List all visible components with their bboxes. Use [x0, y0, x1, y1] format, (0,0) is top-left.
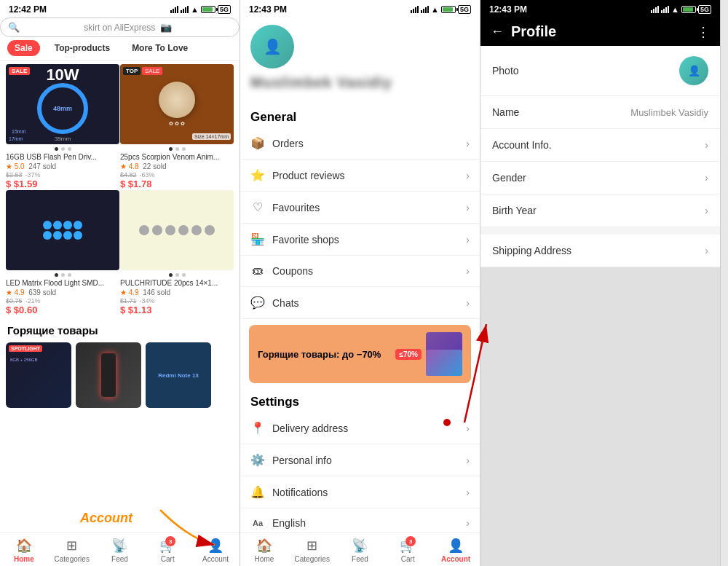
account-info-chevron: › — [705, 139, 708, 151]
nav-account-label-1: Account — [202, 555, 229, 563]
account-info-label: Account Info. — [492, 139, 552, 151]
nav-account-1[interactable]: 👤 Account — [191, 538, 240, 563]
product-img-4 — [120, 190, 234, 270]
menu-chats[interactable]: 💬 Chats › — [240, 287, 480, 319]
nav-categories-1[interactable]: ⊞ Categories — [48, 538, 96, 563]
menu-language[interactable]: Aa English › — [240, 508, 480, 532]
product-card-2[interactable]: TOP SALE ✿ ✿ ✿ Size 14×17mm 25pcs Scorpi… — [120, 64, 234, 189]
nav-home-label-1: Home — [14, 555, 34, 563]
nav-cart-2[interactable]: 🛒 3 Cart — [384, 538, 432, 563]
search-bar: 🔍 skirt on AliExpress 📷 — [0, 17, 240, 37]
menu-delivery[interactable]: 📍 Delivery address › — [240, 412, 480, 444]
nav-feed-2[interactable]: 📡 Feed — [336, 538, 384, 563]
menu-favourites-left: ♡ Favourites — [250, 200, 320, 214]
categories-icon-1: ⊞ — [66, 538, 77, 554]
wifi-icon-1: ▲ — [191, 5, 199, 14]
product-img-2: TOP SALE ✿ ✿ ✿ Size 14×17mm — [120, 64, 234, 144]
hot-section-title: Горящие товары — [0, 318, 240, 339]
gender-label: Gender — [492, 172, 526, 184]
status-bar-3: 12:43 PM ▲ 5G — [480, 0, 720, 17]
nav-feed-1[interactable]: 📡 Feed — [96, 538, 144, 563]
favourites-icon: ♡ — [250, 200, 265, 214]
menu-personal-left: ⚙️ Personal info — [250, 453, 332, 467]
language-chevron: › — [466, 517, 470, 529]
menu-delivery-left: 📍 Delivery address — [250, 421, 348, 435]
product-card-3[interactable]: LED Matrix Flood Light SMD... ★ 4.9 639 … — [6, 190, 119, 315]
field-gender[interactable]: Gender › — [480, 162, 720, 194]
product-img-1: SALE 10W 48mm 39mm 17mm 15mm — [6, 64, 119, 144]
orders-icon: 📦 — [250, 136, 265, 150]
badge-sale-1: SALE — [9, 67, 30, 75]
dots-2 — [120, 147, 234, 151]
bottom-nav-2: 🏠 Home ⊞ Categories 📡 Feed 🛒 3 Cart 👤 Ac… — [240, 532, 480, 566]
personal-info-label: Personal info — [272, 455, 332, 466]
field-shipping[interactable]: Shipping Address › — [480, 235, 720, 267]
menu-notifications[interactable]: 🔔 Notifications › — [240, 476, 480, 508]
birth-year-label: Birth Year — [492, 205, 537, 216]
hot-products-strip: SPOTLIGHT POCO X4 5G 8GB + 256GB Redmi N… — [0, 339, 240, 411]
menu-fav-shops[interactable]: 🏪 Favorite shops › — [240, 224, 480, 256]
signal-icon-1b — [181, 6, 189, 13]
nav-home-2[interactable]: 🏠 Home — [240, 538, 288, 563]
menu-coupons[interactable]: 🎟 Coupons › — [240, 256, 480, 287]
bottom-nav-1: 🏠 Home ⊞ Categories 📡 Feed 🛒 3 Cart 👤 Ac… — [0, 532, 240, 566]
phone1-scroll-content: SALE 10W 48mm 39mm 17mm 15mm 16GB USB Fl… — [0, 61, 240, 532]
nav-categories-2[interactable]: ⊞ Categories — [288, 538, 336, 563]
home-icon-2: 🏠 — [256, 538, 272, 554]
products-grid: SALE 10W 48mm 39mm 17mm 15mm 16GB USB Fl… — [0, 61, 240, 318]
battery-icon-1 — [201, 6, 215, 13]
product-card-1[interactable]: SALE 10W 48mm 39mm 17mm 15mm 16GB USB Fl… — [6, 64, 119, 189]
tab-sale[interactable]: Sale — [7, 40, 40, 56]
badge-sale-2: SALE — [142, 67, 162, 75]
menu-favourites[interactable]: ♡ Favourites › — [240, 192, 480, 224]
dots-4 — [120, 273, 234, 277]
field-photo[interactable]: Photo 👤 — [480, 46, 720, 96]
coupons-chevron: › — [466, 265, 470, 277]
tab-top-products[interactable]: Top-products — [47, 40, 117, 56]
price-row-3: $0.75 -21% — [6, 297, 119, 304]
time-2: 12:43 PM — [249, 4, 287, 15]
nav-cart-label-1: Cart — [161, 555, 175, 563]
notifications-icon: 🔔 — [250, 485, 265, 499]
battery-icon-2 — [441, 6, 456, 13]
hot-card-3[interactable]: Redmi Note 13 — [146, 342, 211, 408]
menu-reviews[interactable]: ⭐ Product reviews › — [240, 160, 480, 192]
tab-more-to-love[interactable]: More To Love — [124, 40, 195, 56]
fav-shops-label: Favorite shops — [272, 234, 339, 245]
price-new-4: $ $1.13 — [120, 304, 234, 315]
photo-label: Photo — [492, 65, 519, 76]
search-text: skirt on AliExpress — [84, 23, 155, 33]
product-card-4[interactable]: PULCHRITUDE 20pcs 14×1... ★ 4.9 146 sold… — [120, 190, 234, 315]
field-birth-year[interactable]: Birth Year › — [480, 194, 720, 227]
nav-home-label-2: Home — [255, 555, 274, 563]
nav-cart-1[interactable]: 🛒 3 Cart — [143, 538, 191, 563]
menu-reviews-left: ⭐ Product reviews — [250, 168, 345, 182]
nav-home-1[interactable]: 🏠 Home — [0, 538, 48, 563]
name-label: Name — [492, 106, 519, 118]
reviews-icon: ⭐ — [250, 168, 265, 182]
menu-personal-info[interactable]: ⚙️ Personal info › — [240, 444, 480, 476]
menu-orders[interactable]: 📦 Orders › — [240, 127, 480, 160]
time-1: 12:42 PM — [9, 4, 47, 15]
signal-icon-2 — [411, 6, 419, 13]
field-name[interactable]: Name Muslimbek Vasidiy — [480, 96, 720, 129]
nav-account-2[interactable]: 👤 Account — [432, 538, 480, 563]
phone2: 12:43 PM ▲ 5G 👤 Muslimbek Vasidiy — [240, 0, 480, 566]
product-rating-3: ★ 4.9 639 sold — [6, 288, 119, 296]
product-name-1: 16GB USB Flash Pen Driv... — [6, 153, 119, 161]
field-account-info[interactable]: Account Info. › — [480, 129, 720, 162]
camera-icon[interactable]: 📷 — [160, 22, 232, 33]
promo-banner[interactable]: Горящие товары: до −70% ≤70% — [249, 325, 471, 383]
hot-card-2[interactable] — [76, 342, 141, 408]
phone2-content: 👤 Muslimbek Vasidiy General 📦 Orders › ⭐… — [240, 17, 480, 532]
back-button[interactable]: ← — [491, 24, 504, 39]
more-options-button[interactable]: ⋮ — [697, 24, 710, 40]
price-new-2: $ $1.78 — [120, 178, 234, 189]
search-input-container[interactable]: 🔍 skirt on AliExpress 📷 — [0, 17, 240, 37]
status-icons-1: ▲ 5G — [170, 5, 231, 14]
fav-shops-icon: 🏪 — [250, 232, 265, 246]
nav-cart-label-2: Cart — [401, 555, 415, 563]
hot-card-1[interactable]: SPOTLIGHT POCO X4 5G 8GB + 256GB — [6, 342, 71, 408]
language-icon: Aa — [250, 519, 265, 527]
chats-chevron: › — [466, 297, 470, 309]
